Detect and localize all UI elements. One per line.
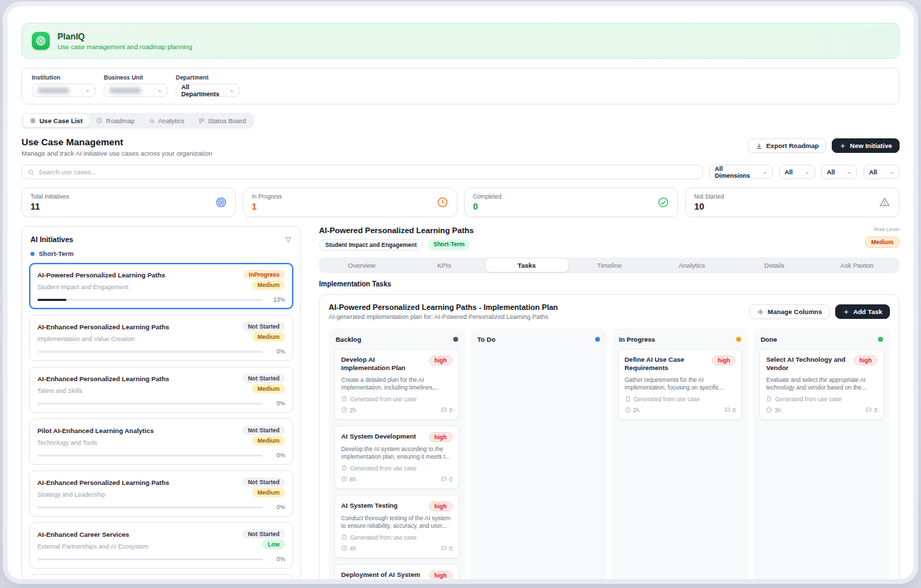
risk-badge: Medium xyxy=(252,436,285,445)
tab-label: Analytics xyxy=(158,117,185,125)
task-source: Generated from use case xyxy=(634,396,700,403)
column-status-dot xyxy=(595,337,600,342)
task-hours: 4h xyxy=(349,545,356,552)
stat-completed: Completed 0 xyxy=(464,187,679,217)
task-card[interactable]: Develop AI Implementation Plan high Crea… xyxy=(334,349,459,420)
progress-bar xyxy=(37,351,263,353)
stat-label: Not Started xyxy=(694,193,724,200)
app-window: PlanIQ Use case management and roadmap p… xyxy=(7,6,914,580)
tab-analytics[interactable]: Analytics xyxy=(650,259,733,272)
priority-badge: high xyxy=(429,432,453,442)
clock-icon xyxy=(625,407,631,413)
progress-bar xyxy=(37,454,263,457)
progress-percent: 0% xyxy=(268,555,285,562)
initiative-dimension: External Partnerships and AI Ecosystem xyxy=(37,543,149,550)
target-icon xyxy=(215,196,227,208)
dimensions-filter-select[interactable]: All Dimensions ⌄ xyxy=(709,165,773,179)
task-source: Generated from use case xyxy=(775,396,841,403)
comment-icon xyxy=(866,407,872,413)
task-hours: 3h xyxy=(774,407,781,414)
tab-overview[interactable]: Overview xyxy=(320,259,403,272)
department-value: All Departments xyxy=(181,84,224,98)
new-initiative-button[interactable]: New Initiative xyxy=(832,138,900,153)
kanban-column-done: Done Select AI Technology and Vendor hig… xyxy=(754,329,890,580)
check-circle-icon xyxy=(657,196,669,208)
department-select[interactable]: All Departments ⌄ xyxy=(176,84,239,97)
document-icon xyxy=(766,396,772,402)
initiative-card[interactable]: AI-Enhanced Personalized Learning Paths … xyxy=(29,470,293,517)
redacted-business-unit-value xyxy=(109,88,141,93)
task-card[interactable]: AI System Testing high Conduct thorough … xyxy=(334,495,459,558)
business-unit-select[interactable]: ⌄ xyxy=(104,84,167,97)
search-input[interactable] xyxy=(39,168,697,176)
kanban-column-backlog: Backlog Develop AI Implementation Plan h… xyxy=(329,329,465,580)
task-hours: 8h xyxy=(349,476,356,483)
filter-select-2[interactable]: All ⌄ xyxy=(779,165,815,179)
export-roadmap-button[interactable]: Export Roadmap xyxy=(748,138,826,153)
tab-details[interactable]: Details xyxy=(733,259,815,272)
risk-level-badge: Medium xyxy=(865,237,900,248)
kanban-column-in-progress: In Progress Define AI Use Case Requireme… xyxy=(612,329,749,580)
implementation-tasks-label: Implementation Tasks xyxy=(319,280,900,288)
business-unit-label: Business Unit xyxy=(104,74,167,81)
org-filter-card: Institution ⌄ Business Unit ⌄ Department… xyxy=(21,68,900,104)
risk-badge: Medium xyxy=(252,488,285,497)
priority-badge: high xyxy=(854,356,877,365)
column-status-dot xyxy=(453,337,458,342)
tab-timeline[interactable]: Timeline xyxy=(568,259,650,272)
filter-funnel-icon[interactable] xyxy=(284,236,292,244)
implementation-plan-board: AI-Powered Personalized Learning Paths -… xyxy=(319,294,900,580)
tab-use-case-list[interactable]: Use Case List xyxy=(23,114,89,127)
comment-icon xyxy=(441,545,447,551)
column-name: Backlog xyxy=(336,336,361,343)
initiative-card[interactable]: Pilot AI-Enhanced Learning Analytics Not… xyxy=(29,419,293,465)
clock-icon xyxy=(341,545,347,551)
task-comments: 0 xyxy=(733,407,736,414)
risk-badge: Medium xyxy=(252,280,285,290)
task-comments: 0 xyxy=(874,407,877,414)
app-tagline: Use case management and roadmap planning xyxy=(57,43,192,50)
task-source: Generated from use case xyxy=(350,465,417,472)
chevron-down-icon: ⌄ xyxy=(805,169,810,175)
task-card[interactable]: Deployment of AI System high Deploy the … xyxy=(334,564,459,580)
tab-analytics[interactable]: Analytics xyxy=(142,114,192,127)
status-badge: InProgress xyxy=(244,270,285,279)
risk-badge: Low xyxy=(262,540,285,549)
institution-select[interactable]: ⌄ xyxy=(32,84,95,97)
task-card[interactable]: Define AI Use Case Requirements high Gat… xyxy=(618,349,743,420)
short-term-dot xyxy=(30,252,35,256)
filter-select-3[interactable]: All ⌄ xyxy=(821,165,857,179)
filter-select-4[interactable]: All ⌄ xyxy=(864,165,900,179)
stat-label: Total Initiatives xyxy=(30,193,69,200)
tab-status-board[interactable]: Status Board xyxy=(192,114,253,127)
initiative-card[interactable]: AI-Enhanced Personalized Learning Paths … xyxy=(29,315,293,361)
manage-columns-button[interactable]: Manage Columns xyxy=(749,304,830,319)
filter-value: All xyxy=(785,169,793,176)
chevron-down-icon: ⌄ xyxy=(847,169,852,175)
initiative-card[interactable]: AI-Enhanced Career Services Not Started … xyxy=(29,522,293,569)
tab-kpis[interactable]: KPIs xyxy=(403,259,485,272)
clock-icon xyxy=(766,407,772,413)
chevron-down-icon: ⌄ xyxy=(157,87,162,93)
initiative-card[interactable]: AI-Enhanced Personalized Learning Paths … xyxy=(29,367,293,413)
initiative-card[interactable]: Ethical AI Review for Student Support Se… xyxy=(29,574,293,580)
search-icon xyxy=(28,169,35,176)
add-task-button[interactable]: Add Task xyxy=(835,304,890,319)
task-source: Generated from use case xyxy=(350,396,417,403)
gear-icon xyxy=(757,309,764,315)
export-roadmap-label: Export Roadmap xyxy=(766,142,819,149)
tab-roadmap[interactable]: Roadmap xyxy=(89,114,141,127)
tab-ask-paxton[interactable]: Ask Paxton xyxy=(816,259,898,272)
task-card[interactable]: Select AI Technology and Vendor high Eva… xyxy=(759,349,884,420)
task-title: AI System Development xyxy=(341,432,416,441)
tab-tasks[interactable]: Tasks xyxy=(486,259,568,272)
progress-percent: 0% xyxy=(268,452,285,459)
term-badge: Short-Term xyxy=(428,239,470,250)
initiative-card[interactable]: AI-Powered Personalized Learning Paths I… xyxy=(29,263,293,309)
task-card[interactable]: AI System Development high Develop the A… xyxy=(334,425,459,489)
task-title: Select AI Technology and Vendor xyxy=(766,356,850,373)
task-description: Create a detailed plan for the AI implem… xyxy=(341,376,453,392)
status-badge: Not Started xyxy=(242,529,285,539)
search-use-cases xyxy=(21,165,703,179)
plus-icon xyxy=(843,309,850,315)
